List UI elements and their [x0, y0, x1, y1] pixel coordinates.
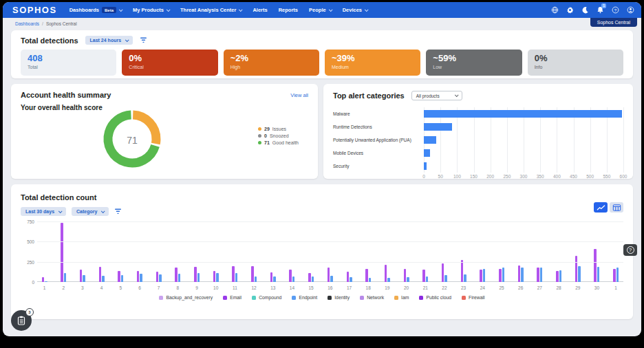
category-bar[interactable]	[424, 162, 427, 170]
legend-item-public-cloud[interactable]: Public cloud	[419, 295, 451, 300]
stat-card-high[interactable]: ~2%High	[224, 50, 319, 76]
time-range-select[interactable]: Last 30 days	[21, 207, 66, 216]
bar-endpoint[interactable]	[483, 269, 486, 282]
stat-card-info[interactable]: 0%Info	[528, 50, 623, 76]
bar-email[interactable]	[385, 265, 387, 282]
bar-endpoint[interactable]	[578, 266, 581, 282]
bar-endpoint[interactable]	[235, 273, 238, 282]
bar-email[interactable]	[194, 267, 197, 282]
bar-email[interactable]	[499, 269, 502, 282]
stat-card-critical[interactable]: 0%Critical	[122, 50, 217, 76]
bar-endpoint[interactable]	[502, 268, 505, 282]
bar-email[interactable]	[328, 268, 330, 282]
nav-item-people[interactable]: People	[309, 7, 332, 13]
nav-item-alerts[interactable]: Alerts	[253, 7, 267, 13]
time-filter-select[interactable]: Last 24 hours	[85, 36, 133, 45]
legend-item-network[interactable]: Network	[360, 295, 384, 300]
bar-email[interactable]	[213, 271, 216, 282]
bar-email[interactable]	[156, 272, 159, 282]
breadcrumb-link-dashboards[interactable]: Dashboards	[15, 21, 39, 26]
product-filter-select[interactable]: All products	[411, 91, 462, 100]
legend-item-firewall[interactable]: Firewall	[462, 295, 484, 300]
bar-endpoint[interactable]	[540, 268, 543, 282]
bell-icon[interactable]: 1	[596, 6, 604, 14]
bar-email[interactable]	[480, 270, 482, 282]
view-all-link[interactable]: View all	[290, 92, 308, 98]
bar-endpoint[interactable]	[159, 274, 162, 282]
bar-endpoint[interactable]	[121, 275, 124, 282]
help-button[interactable]: ?	[623, 244, 637, 256]
bar-endpoint[interactable]	[312, 276, 314, 282]
globe-icon[interactable]	[550, 6, 559, 14]
bar-email[interactable]	[270, 272, 273, 282]
gear-icon[interactable]	[566, 6, 574, 14]
bar-endpoint[interactable]	[292, 276, 295, 282]
category-bar[interactable]	[424, 136, 436, 144]
bar-email[interactable]	[442, 263, 444, 282]
bar-email[interactable]	[613, 269, 616, 282]
filter-icon[interactable]	[114, 208, 122, 215]
bar-email[interactable]	[556, 271, 559, 282]
bar-endpoint[interactable]	[597, 267, 600, 282]
stat-card-low[interactable]: ~59%Low	[426, 50, 522, 76]
bar-endpoint[interactable]	[83, 275, 85, 282]
bar-email[interactable]	[365, 269, 368, 282]
bar-endpoint[interactable]	[407, 277, 409, 282]
category-bar[interactable]	[424, 123, 452, 131]
bar-endpoint[interactable]	[616, 268, 619, 282]
legend-item-compound[interactable]: Compound	[252, 295, 281, 300]
table-view-button[interactable]	[610, 202, 623, 213]
bar-endpoint[interactable]	[330, 276, 333, 282]
bar-email[interactable]	[289, 270, 292, 282]
nav-item-my-products[interactable]: My Products	[133, 7, 169, 13]
legend-item-identity[interactable]: Identity	[328, 295, 350, 300]
bar-email[interactable]	[422, 270, 425, 282]
bar-email[interactable]	[61, 223, 63, 282]
nav-item-dashboards[interactable]: DashboardsBeta	[69, 7, 122, 13]
bar-endpoint[interactable]	[64, 273, 67, 282]
bar-email[interactable]	[308, 273, 311, 282]
bar-endpoint[interactable]	[197, 273, 200, 282]
bar-endpoint[interactable]	[216, 273, 219, 282]
bar-email[interactable]	[175, 268, 178, 282]
legend-item-email[interactable]: Email	[223, 295, 242, 300]
bar-endpoint[interactable]	[140, 274, 142, 282]
bar-email[interactable]	[232, 266, 235, 282]
help-icon[interactable]: ?	[611, 6, 619, 14]
bar-endpoint[interactable]	[521, 268, 524, 282]
bar-email[interactable]	[251, 266, 254, 282]
bar-endpoint[interactable]	[45, 281, 47, 282]
bar-endpoint[interactable]	[273, 276, 276, 282]
moon-icon[interactable]	[581, 6, 589, 14]
bar-endpoint[interactable]	[178, 274, 181, 282]
legend-item-iam[interactable]: Iam	[394, 295, 409, 300]
bar-email[interactable]	[461, 260, 464, 282]
bar-endpoint[interactable]	[426, 276, 429, 282]
bar-endpoint[interactable]	[255, 276, 257, 282]
tasks-button[interactable]: 3	[11, 310, 32, 331]
nav-item-reports[interactable]: Reports	[279, 7, 298, 13]
stat-card-total[interactable]: 408Total	[21, 50, 116, 76]
legend-item-endpoint[interactable]: Endpoint	[292, 295, 317, 300]
bar-endpoint[interactable]	[464, 274, 466, 282]
filter-icon[interactable]	[140, 37, 147, 43]
bar-email[interactable]	[594, 249, 597, 282]
bar-endpoint[interactable]	[350, 277, 352, 282]
nav-item-threat-analysis-center[interactable]: Threat Analysis Center	[180, 7, 242, 13]
bar-email[interactable]	[537, 268, 539, 282]
nav-item-devices[interactable]: Devices	[343, 7, 367, 13]
bar-email[interactable]	[99, 267, 102, 282]
bar-email[interactable]	[42, 277, 45, 282]
bar-email[interactable]	[404, 269, 407, 282]
bar-email[interactable]	[118, 271, 120, 282]
bar-endpoint[interactable]	[369, 278, 372, 282]
bar-email[interactable]	[518, 265, 521, 282]
bar-email[interactable]	[575, 256, 578, 282]
category-select[interactable]: Category	[72, 207, 109, 216]
bar-email[interactable]	[347, 272, 350, 282]
bar-endpoint[interactable]	[102, 276, 105, 282]
bar-email[interactable]	[137, 271, 140, 282]
bar-endpoint[interactable]	[559, 270, 562, 282]
bar-email[interactable]	[80, 270, 83, 282]
category-bar[interactable]	[424, 110, 622, 118]
